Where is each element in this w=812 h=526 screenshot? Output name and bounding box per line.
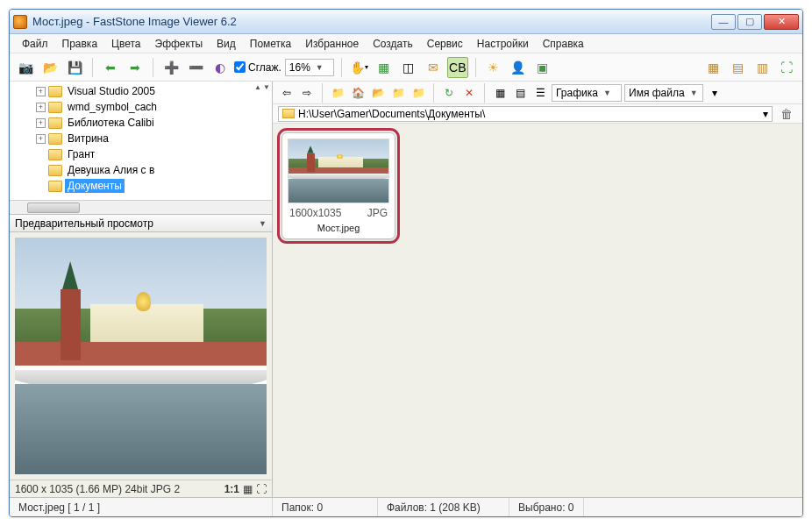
fit-icon[interactable]: ⛶ (256, 483, 267, 495)
body: +Visual Studio 2005 +wmd_symbol_cach +Би… (10, 82, 802, 497)
view-filter-value: Графика (556, 87, 598, 99)
status-filename: Мост.jpeg [ 1 / 1 ] (10, 498, 273, 516)
folder-icon (48, 117, 62, 129)
minimize-button[interactable]: — (711, 14, 736, 30)
expand-icon (36, 166, 46, 175)
menu-service[interactable]: Сервис (420, 36, 470, 52)
smooth-checkbox[interactable]: Сглаж. (234, 61, 281, 74)
fullscreen-icon[interactable]: ⛶ (776, 57, 797, 78)
sort-dir-icon[interactable]: ▾ (706, 84, 723, 102)
compare-icon[interactable]: ◫ (398, 57, 419, 78)
home-icon[interactable]: 🏠 (349, 84, 367, 102)
zoom-combo[interactable]: 16% ▼ (285, 59, 334, 76)
forward-icon[interactable]: ⇨ (298, 84, 316, 102)
menu-effects[interactable]: Эффекты (148, 36, 210, 52)
menu-help[interactable]: Справка (536, 36, 591, 52)
folder-icon (48, 86, 62, 97)
menu-favorites[interactable]: Избранное (298, 36, 366, 52)
email-icon[interactable]: ✉ (423, 57, 444, 78)
menu-view[interactable]: Вид (210, 36, 243, 52)
back-icon[interactable]: ⇦ (278, 84, 296, 102)
tree-label[interactable]: Девушка Алия с в (65, 163, 157, 177)
title-bar: Мост.jpeg - FastStone Image Viewer 6.2 —… (10, 10, 802, 34)
preview-image-content (15, 238, 267, 474)
view-list-icon[interactable]: ▤ (727, 57, 748, 78)
path-value: H:\User\Gamer\Documents\Документы\ (298, 108, 485, 120)
delete-icon[interactable]: ✕ (460, 84, 478, 102)
convert-icon[interactable]: CB (447, 57, 468, 78)
folder-icon (48, 165, 62, 176)
thumbnail-card[interactable]: 1600x1035 JPG Мост.jpeg (281, 132, 395, 239)
menu-file[interactable]: Файл (15, 36, 55, 52)
next-icon[interactable]: ➡ (125, 57, 146, 78)
refresh-icon[interactable]: ↻ (440, 84, 458, 102)
up-icon[interactable]: 📁 (329, 84, 346, 102)
skin-icon[interactable]: 👤 (508, 57, 529, 78)
thumbnail-meta: 1600x1035 JPG (288, 203, 389, 219)
zoom-in-icon[interactable]: ➕ (160, 57, 182, 78)
maximize-button[interactable]: ▢ (737, 14, 762, 30)
open-icon[interactable]: 📂 (39, 57, 61, 78)
right-pane: ⇦ ⇨ 📁 🏠 📂 📁 📁 ↻ ✕ ▦ ▤ ☰ Графика ▼ (273, 82, 802, 497)
histogram-icon[interactable]: ▦ (243, 483, 253, 495)
save-icon[interactable]: 💾 (64, 57, 85, 78)
tree-hscrollbar[interactable] (10, 200, 272, 214)
scrollbar-thumb[interactable] (27, 203, 80, 213)
tree-row: Девушка Алия с в (36, 162, 272, 178)
tree-label[interactable]: Библиотека Calibi (65, 116, 157, 130)
expand-icon[interactable]: + (36, 103, 46, 112)
expand-icon[interactable]: + (36, 118, 46, 128)
view2-icon[interactable]: ▤ (511, 84, 529, 102)
tree-label[interactable]: Visual Studio 2005 (65, 84, 158, 98)
separator (341, 58, 342, 77)
status-folders: Папок: 0 (273, 498, 378, 516)
expand-icon[interactable]: + (36, 87, 46, 96)
tree-label[interactable]: wmd_symbol_cach (65, 100, 160, 114)
preview-image[interactable] (15, 238, 267, 474)
menu-settings[interactable]: Настройки (470, 36, 536, 52)
expand-icon (36, 150, 46, 160)
smooth-check-input[interactable] (234, 61, 246, 73)
menu-colors[interactable]: Цвета (104, 36, 147, 52)
menu-tag[interactable]: Пометка (243, 36, 299, 52)
folder-tree[interactable]: +Visual Studio 2005 +wmd_symbol_cach +Би… (10, 82, 272, 215)
docs-icon[interactable]: 📁 (389, 84, 407, 102)
menu-edit[interactable]: Правка (55, 36, 105, 52)
menu-create[interactable]: Создать (366, 36, 420, 52)
sort-combo[interactable]: Имя файла ▼ (624, 84, 703, 102)
desktop-icon[interactable]: 📂 (369, 84, 387, 102)
view-filter-combo[interactable]: Графика ▼ (552, 84, 622, 102)
close-button[interactable]: ✕ (764, 14, 799, 30)
settings-icon[interactable]: ☀ (483, 57, 504, 78)
tree-updown-icon[interactable]: ▲ ▼ (254, 83, 270, 91)
zoom-actual-icon[interactable]: ◐ (210, 57, 231, 78)
slideshow-icon[interactable]: ▦ (374, 57, 395, 78)
tree-label[interactable]: Документы (65, 179, 125, 193)
view-thumb-icon[interactable]: ▦ (702, 57, 723, 78)
dual-icon[interactable]: ▣ (532, 57, 553, 78)
folder-icon (48, 102, 62, 113)
window-buttons: — ▢ ✕ (709, 14, 799, 30)
preview-header-label: Предварительный просмотр (15, 217, 153, 230)
tree-label[interactable]: Грант (65, 147, 97, 161)
chevron-down-icon: ▼ (690, 89, 698, 97)
hand-icon[interactable]: ✋▾ (349, 57, 370, 78)
view1-icon[interactable]: ▦ (491, 84, 509, 102)
trash-icon[interactable]: 🗑 (776, 103, 797, 124)
preview-header[interactable]: Предварительный просмотр ▼ (10, 215, 272, 232)
path-field[interactable]: H:\User\Gamer\Documents\Документы\ ▾ (278, 106, 773, 122)
thumbnail-area[interactable]: 1600x1035 JPG Мост.jpeg (273, 124, 802, 497)
expand-icon[interactable]: + (36, 134, 46, 144)
prev-icon[interactable]: ⬅ (100, 57, 121, 78)
thumbnail-image (288, 139, 389, 203)
view-detail-icon[interactable]: ▥ (751, 57, 773, 78)
view3-icon[interactable]: ☰ (531, 84, 549, 102)
status-files: Файлов: 1 (208 KB) (378, 498, 509, 516)
zoom-out-icon[interactable]: ➖ (185, 57, 206, 78)
chevron-down-icon: ▼ (603, 89, 611, 97)
capture-icon[interactable]: 📷 (15, 57, 36, 78)
thumbnail-content (288, 139, 388, 203)
pics-icon[interactable]: 📁 (410, 84, 427, 102)
folder-icon (48, 133, 62, 145)
tree-label[interactable]: Витрина (65, 132, 111, 146)
